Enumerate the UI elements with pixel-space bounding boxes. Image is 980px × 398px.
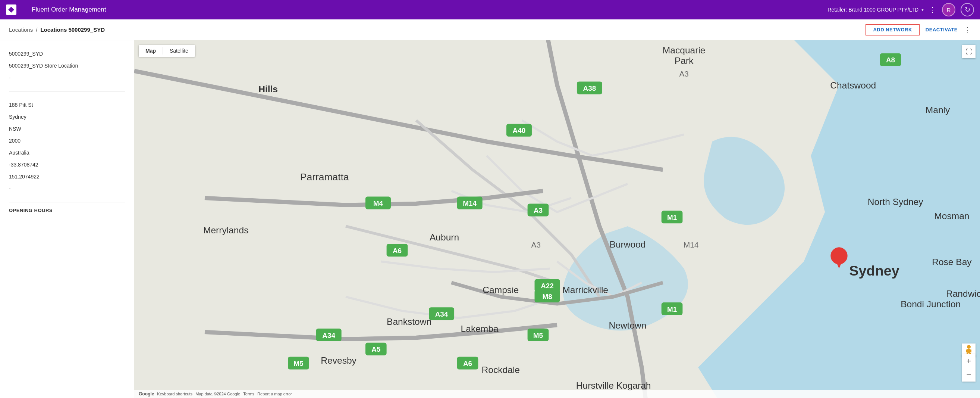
- report-link[interactable]: Report a map error: [257, 392, 292, 396]
- svg-text:M1: M1: [667, 214, 677, 221]
- svg-text:Merrylands: Merrylands: [203, 225, 248, 235]
- breadcrumb-separator: /: [36, 27, 37, 33]
- svg-text:M14: M14: [684, 240, 698, 249]
- svg-text:A6: A6: [393, 247, 402, 255]
- retailer-label: Retailer: Brand 1000 GROUP PTY/LTD: [827, 7, 918, 13]
- location-country-row: Australia: [9, 147, 125, 159]
- location-city: Sydney: [9, 114, 125, 120]
- retailer-selector[interactable]: Retailer: Brand 1000 GROUP PTY/LTD ▼: [827, 7, 924, 13]
- svg-text:North Sydney: North Sydney: [868, 197, 924, 207]
- breadcrumb-parent[interactable]: Locations: [9, 27, 33, 33]
- svg-rect-69: [970, 350, 971, 352]
- svg-text:Campsie: Campsie: [482, 285, 519, 295]
- location-extra-row: -: [9, 182, 125, 195]
- location-ref-row: 5000299_SYD: [9, 48, 125, 60]
- navbar: Fluent Order Management Retailer: Brand …: [0, 0, 980, 19]
- navbar-actions: ⋮ R ↻: [929, 3, 974, 16]
- svg-text:A22: A22: [541, 282, 554, 290]
- svg-text:A5: A5: [371, 345, 380, 353]
- sub-header-more-icon[interactable]: ⋮: [964, 26, 971, 34]
- svg-text:A38: A38: [583, 85, 596, 92]
- svg-text:Chatswood: Chatswood: [830, 80, 876, 90]
- location-address-row: 188 Pitt St: [9, 99, 125, 111]
- location-postcode: 2000: [9, 138, 125, 144]
- svg-text:Newtown: Newtown: [609, 320, 646, 331]
- app-logo: [6, 5, 16, 15]
- app-title: Fluent Order Management: [32, 6, 823, 13]
- location-state-row: NSW: [9, 123, 125, 135]
- map-zoom-in-button[interactable]: +: [962, 354, 975, 368]
- svg-text:Bankstown: Bankstown: [387, 316, 431, 327]
- svg-text:Randwick: Randwick: [946, 289, 980, 299]
- svg-text:M4: M4: [373, 199, 383, 207]
- svg-text:A3: A3: [531, 240, 541, 249]
- svg-text:Marrickville: Marrickville: [562, 285, 608, 295]
- opening-hours-section-label: OPENING HOURS: [0, 202, 134, 218]
- location-address: 188 Pitt St: [9, 102, 125, 108]
- navbar-divider: [24, 4, 24, 16]
- svg-text:M8: M8: [542, 293, 552, 300]
- deactivate-button[interactable]: DEACTIVATE: [926, 27, 958, 32]
- svg-text:Lakemba: Lakemba: [461, 324, 499, 334]
- map-tab-map[interactable]: Map: [139, 45, 162, 57]
- map-panel: A38 A40 M4 A3 M14 A6 M8: [134, 40, 980, 398]
- svg-text:M5: M5: [293, 360, 303, 368]
- svg-text:M5: M5: [533, 332, 543, 339]
- location-info-section: 5000299_SYD 5000299_SYD Store Location -: [0, 40, 134, 91]
- more-options-icon[interactable]: ⋮: [929, 5, 937, 14]
- svg-text:Burwood: Burwood: [610, 239, 646, 249]
- location-name-row: 5000299_SYD Store Location: [9, 60, 125, 72]
- map-tab-satellite[interactable]: Satellite: [163, 45, 195, 57]
- svg-text:Macquarie: Macquarie: [663, 45, 706, 55]
- main-content: 5000299_SYD 5000299_SYD Store Location -…: [0, 40, 980, 398]
- svg-text:A6: A6: [463, 360, 472, 368]
- svg-text:A3: A3: [534, 206, 542, 214]
- svg-text:Sydney: Sydney: [849, 263, 899, 278]
- svg-text:Auburn: Auburn: [430, 232, 459, 242]
- sub-header: Locations / Locations 5000299_SYD ADD NE…: [0, 19, 980, 40]
- map-fullscreen-button[interactable]: [962, 45, 975, 58]
- svg-text:Manly: Manly: [926, 105, 950, 115]
- svg-text:Mosman: Mosman: [934, 211, 969, 221]
- terms-link[interactable]: Terms: [243, 392, 255, 396]
- map-container[interactable]: A38 A40 M4 A3 M14 A6 M8: [134, 40, 980, 398]
- location-lng-row: 151.2074922: [9, 171, 125, 182]
- svg-point-64: [967, 345, 970, 349]
- location-type-row: -: [9, 72, 125, 84]
- location-address-section: 188 Pitt St Sydney NSW 2000 Australia -3…: [0, 91, 134, 202]
- svg-text:A40: A40: [513, 126, 526, 134]
- location-country: Australia: [9, 150, 125, 156]
- svg-text:A34: A34: [322, 332, 335, 339]
- svg-text:Revesby: Revesby: [321, 355, 356, 366]
- location-city-row: Sydney: [9, 111, 125, 123]
- svg-text:A3: A3: [679, 69, 688, 78]
- map-data-label: Map data ©2024 Google: [196, 392, 240, 396]
- location-state: NSW: [9, 126, 125, 132]
- location-type: -: [9, 75, 125, 81]
- svg-text:A34: A34: [435, 310, 448, 318]
- svg-text:Rose Bay: Rose Bay: [932, 257, 972, 267]
- location-ref: 5000299_SYD: [9, 51, 125, 57]
- location-name: 5000299_SYD Store Location: [9, 63, 125, 69]
- location-postcode-row: 2000: [9, 135, 125, 147]
- map-footer: Google Keyboard shortcuts Map data ©2024…: [134, 390, 980, 398]
- svg-text:A8: A8: [886, 56, 895, 64]
- map-tab-controls: Map Satellite: [139, 45, 195, 57]
- svg-text:Parramatta: Parramatta: [300, 171, 349, 182]
- location-lat: -33.8708742: [9, 161, 125, 168]
- avatar[interactable]: R: [942, 3, 955, 16]
- svg-text:M1: M1: [667, 305, 677, 313]
- svg-text:Bondi Junction: Bondi Junction: [900, 299, 961, 309]
- svg-text:Hills: Hills: [258, 84, 278, 94]
- location-extra: -: [9, 185, 125, 192]
- location-detail-panel: 5000299_SYD 5000299_SYD Store Location -…: [0, 40, 134, 398]
- google-logo: Google: [139, 391, 154, 396]
- add-network-button[interactable]: ADD NETWORK: [865, 24, 919, 35]
- breadcrumb: Locations / Locations 5000299_SYD: [9, 27, 105, 33]
- refresh-icon[interactable]: ↻: [961, 3, 974, 16]
- retailer-chevron-icon: ▼: [921, 8, 924, 12]
- location-lat-row: -33.8708742: [9, 159, 125, 171]
- keyboard-shortcuts-link[interactable]: Keyboard shortcuts: [157, 392, 192, 396]
- map-zoom-out-button[interactable]: −: [962, 368, 975, 382]
- svg-text:Park: Park: [675, 56, 694, 66]
